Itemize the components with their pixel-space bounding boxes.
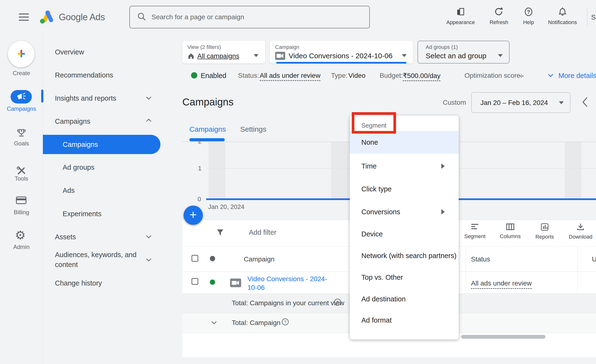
menu-item-top-vs-other[interactable]: Top vs. Other xyxy=(350,266,459,288)
download-button[interactable]: Download xyxy=(565,223,596,240)
create-button[interactable] xyxy=(8,41,34,67)
date-range-picker[interactable]: Jan 20 – Feb 16, 2024 xyxy=(471,92,570,113)
help-icon: ? xyxy=(523,14,534,18)
nav-item-experiments[interactable]: Experiments xyxy=(63,210,101,218)
menu-item-network[interactable]: Network (with search partners) xyxy=(350,245,459,267)
submenu-arrow-icon xyxy=(441,209,445,214)
optimization-score-value: – xyxy=(520,72,524,80)
tab-settings[interactable]: Settings xyxy=(240,125,266,133)
page-title: Campaigns xyxy=(182,96,233,108)
nav-item-recommendations[interactable]: Recommendations xyxy=(55,71,113,79)
select-all-checkbox[interactable] xyxy=(192,255,198,262)
nav-item-campaigns-parent[interactable]: Campaigns xyxy=(55,117,90,125)
y-tick-0: 0 xyxy=(198,196,201,203)
segment-button[interactable]: Segment xyxy=(459,223,491,240)
help-button[interactable]: ? Help xyxy=(511,7,546,26)
nav-item-insights[interactable]: Insights and reports xyxy=(55,94,116,102)
row-checkbox[interactable] xyxy=(192,278,198,285)
app-header: Google Ads Appearance Refresh ? Help Not… xyxy=(0,0,596,34)
chevron-up-icon[interactable] xyxy=(146,119,151,124)
tab-campaigns[interactable]: Campaigns xyxy=(189,125,226,133)
add-filter-button[interactable]: Add filter xyxy=(249,228,276,236)
submenu-arrow-icon xyxy=(441,163,445,169)
rail-billing-label: Billing xyxy=(0,209,43,216)
campaign-filter-dropdown[interactable]: Campaign Video Conversions - 2024-10-06 xyxy=(270,41,413,64)
nav-item-audiences[interactable]: Audiences, keywords, and content xyxy=(55,250,149,270)
menu-item-click-type[interactable]: Click type xyxy=(350,178,459,200)
nav-item-overview[interactable]: Overview xyxy=(55,48,84,56)
main-menu-icon[interactable] xyxy=(19,14,29,21)
column-header-truncated[interactable]: U xyxy=(592,255,596,263)
download-icon xyxy=(576,228,585,232)
add-campaign-fab[interactable]: + xyxy=(184,206,203,225)
total-campaign-label: Total: Campaign xyxy=(232,319,280,327)
billing-icon[interactable] xyxy=(15,196,27,206)
rail-campaigns-label: Campaigns xyxy=(0,105,43,112)
campaign-filter-label: Campaign xyxy=(275,44,299,50)
horizontal-scrollbar[interactable] xyxy=(461,335,545,339)
campaign-row-link[interactable]: Video Conversions - 2024-10-06 xyxy=(247,275,332,292)
view-filter-label: View (2 filters) xyxy=(187,44,221,50)
enabled-label: Enabled xyxy=(201,72,226,80)
date-range-value: Jan 20 – Feb 16, 2024 xyxy=(480,99,548,107)
status-dot-column-header xyxy=(210,256,215,261)
budget-value[interactable]: ₹500.00/day xyxy=(403,72,440,81)
megaphone-icon xyxy=(15,92,27,101)
nav-item-ads[interactable]: Ads xyxy=(63,187,75,195)
campaign-row-status[interactable]: All ads under review xyxy=(471,279,532,289)
columns-icon xyxy=(506,227,515,232)
status-label: Status: xyxy=(238,72,259,80)
reports-button[interactable]: Reports xyxy=(529,223,561,240)
bell-icon xyxy=(558,14,567,18)
menu-item-ad-destination[interactable]: Ad destination xyxy=(350,288,459,310)
ad-group-filter-value: Select an ad group xyxy=(426,52,486,60)
caret-down-icon xyxy=(559,101,564,104)
help-circle-icon[interactable]: ? xyxy=(334,298,341,307)
nav-item-change-history[interactable]: Change history xyxy=(55,279,102,287)
view-filter-value: All campaigns xyxy=(197,52,239,60)
nav-item-assets[interactable]: Assets xyxy=(55,233,76,241)
y-tick-2: 2 xyxy=(198,138,201,145)
menu-item-time[interactable]: Time xyxy=(350,155,459,177)
admin-gear-icon[interactable]: ⚙ xyxy=(15,229,26,241)
chevron-down-icon[interactable] xyxy=(548,72,553,77)
filter-funnel-icon[interactable] xyxy=(216,228,224,238)
nav-selected-label: Campaigns xyxy=(63,141,98,149)
annotation-highlight-box xyxy=(352,112,396,134)
column-header-campaign[interactable]: Campaign xyxy=(244,255,275,263)
chevron-down-icon[interactable] xyxy=(146,95,151,100)
x-axis-start-label: Jan 20, 2024 xyxy=(208,203,244,211)
goals-icon[interactable] xyxy=(16,128,27,140)
notifications-button[interactable]: Notifications xyxy=(545,7,580,26)
columns-button[interactable]: Columns xyxy=(494,223,526,240)
help-circle-icon[interactable]: ? xyxy=(281,318,289,327)
global-search[interactable] xyxy=(129,6,370,29)
ad-group-filter-dropdown[interactable]: Ad groups (1) Select an ad group xyxy=(417,41,509,64)
budget-label: Budget: xyxy=(380,72,403,80)
menu-item-ad-format[interactable]: Ad format xyxy=(350,309,459,331)
menu-item-conversions[interactable]: Conversions xyxy=(350,201,459,223)
appearance-button[interactable]: Appearance xyxy=(443,7,478,26)
chevron-down-icon[interactable] xyxy=(146,233,151,238)
caret-down-icon xyxy=(498,54,503,57)
home-icon xyxy=(187,52,195,60)
rail-item-campaigns[interactable] xyxy=(11,90,32,103)
view-filter-dropdown[interactable]: View (2 filters) All campaigns xyxy=(182,41,265,64)
ad-group-filter-label: Ad groups (1) xyxy=(426,44,458,50)
type-label: Type: xyxy=(331,72,347,80)
menu-item-device[interactable]: Device xyxy=(350,223,459,245)
menu-item-none[interactable]: None xyxy=(350,131,459,153)
search-icon xyxy=(137,12,146,22)
google-ads-logo-icon[interactable] xyxy=(38,9,55,25)
segment-menu: Segment None Time Click type Conversions… xyxy=(350,116,459,339)
search-input[interactable] xyxy=(151,13,364,21)
status-value[interactable]: All ads under review xyxy=(260,72,320,81)
nav-item-campaigns-selected[interactable]: Campaigns xyxy=(43,135,160,154)
column-header-status[interactable]: Status xyxy=(471,255,490,263)
refresh-icon xyxy=(494,14,504,18)
header-overflow-item[interactable]: S xyxy=(591,14,596,21)
nav-item-ad-groups[interactable]: Ad groups xyxy=(63,163,94,171)
collapse-panel-icon[interactable] xyxy=(580,96,590,109)
more-details-link[interactable]: More details xyxy=(559,72,596,80)
campaign-filter-active-underline xyxy=(276,62,406,64)
